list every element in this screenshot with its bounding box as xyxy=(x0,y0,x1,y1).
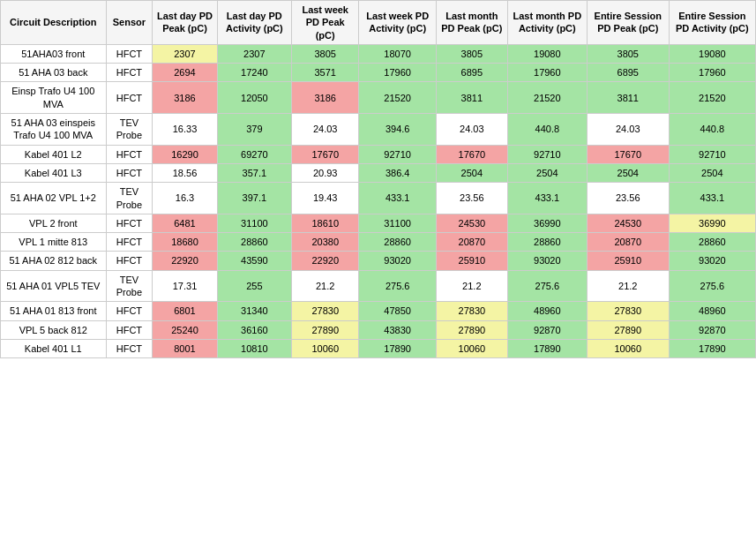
data-cell: 3805 xyxy=(436,44,507,63)
data-cell: 28860 xyxy=(359,233,436,252)
sensor-type: HFCT xyxy=(106,302,153,320)
data-cell: 397.1 xyxy=(217,183,291,214)
data-cell: 28860 xyxy=(217,233,291,252)
circuit-description: 51 AHA 02 VPL 1+2 xyxy=(1,183,107,214)
data-cell: 17960 xyxy=(669,64,755,82)
data-cell: 255 xyxy=(217,270,291,302)
data-cell: 3811 xyxy=(436,82,507,114)
circuit-description: Kabel 401 L3 xyxy=(1,163,107,182)
data-cell: 18.56 xyxy=(153,163,217,182)
circuit-description: 51 AHA 01 813 front xyxy=(1,302,107,320)
data-cell: 275.6 xyxy=(359,270,436,302)
sensor-type: TEV Probe xyxy=(106,114,153,146)
data-cell: 17890 xyxy=(507,339,587,357)
data-cell: 24.03 xyxy=(436,114,507,146)
data-cell: 3805 xyxy=(587,44,669,63)
data-cell: 93020 xyxy=(669,252,755,270)
data-cell: 10810 xyxy=(217,339,291,357)
data-cell: 27830 xyxy=(587,302,669,320)
sensor-type: HFCT xyxy=(106,233,153,252)
data-cell: 2504 xyxy=(669,163,755,182)
table-row: 51 AHA 03 einspeis Trafo U4 100 MVATEV P… xyxy=(1,114,756,146)
data-cell: 3186 xyxy=(291,82,358,114)
data-cell: 6895 xyxy=(436,64,507,82)
data-cell: 394.6 xyxy=(359,114,436,146)
table-row: 51 AHA 01 VPL5 TEVTEV Probe17.3125521.22… xyxy=(1,270,756,302)
col-header-lastmonth-activity: Last month PD Activity (pC) xyxy=(507,1,587,45)
data-cell: 17670 xyxy=(291,145,358,163)
table-row: VPL 5 back 812HFCT2524036160278904383027… xyxy=(1,320,756,339)
sensor-type: HFCT xyxy=(106,339,153,357)
data-cell: 24.03 xyxy=(291,114,358,146)
circuit-description: 51 AHA 03 einspeis Trafo U4 100 MVA xyxy=(1,114,107,146)
data-cell: 379 xyxy=(217,114,291,146)
data-cell: 18680 xyxy=(153,233,217,252)
data-cell: 440.8 xyxy=(507,114,587,146)
main-table-container: Circuit Description Sensor Last day PD P… xyxy=(0,0,756,358)
data-cell: 6895 xyxy=(587,64,669,82)
data-cell: 27890 xyxy=(291,320,358,339)
data-cell: 433.1 xyxy=(669,183,755,214)
data-cell: 2694 xyxy=(153,64,217,82)
data-cell: 31100 xyxy=(217,214,291,232)
data-cell: 21520 xyxy=(669,82,755,114)
data-cell: 92710 xyxy=(669,145,755,163)
data-cell: 27830 xyxy=(436,302,507,320)
sensor-type: TEV Probe xyxy=(106,183,153,214)
data-cell: 12050 xyxy=(217,82,291,114)
sensor-type: HFCT xyxy=(106,44,153,63)
circuit-description: VPL 2 front xyxy=(1,214,107,232)
data-cell: 23.56 xyxy=(436,183,507,214)
data-cell: 36990 xyxy=(669,214,755,232)
circuit-description: 51 AHA 02 812 back xyxy=(1,252,107,270)
table-row: VPL 2 frontHFCT6481311001861031100245303… xyxy=(1,214,756,232)
data-cell: 31340 xyxy=(217,302,291,320)
sensor-type: HFCT xyxy=(106,145,153,163)
data-cell: 69270 xyxy=(217,145,291,163)
data-cell: 48960 xyxy=(507,302,587,320)
pd-data-table: Circuit Description Sensor Last day PD P… xyxy=(0,0,756,358)
table-row: Einsp Trafo U4 100 MVAHFCT31861205031862… xyxy=(1,82,756,114)
circuit-description: Einsp Trafo U4 100 MVA xyxy=(1,82,107,114)
circuit-description: VPL 5 back 812 xyxy=(1,320,107,339)
data-cell: 275.6 xyxy=(507,270,587,302)
data-cell: 17670 xyxy=(587,145,669,163)
data-cell: 18070 xyxy=(359,44,436,63)
data-cell: 23.56 xyxy=(587,183,669,214)
circuit-description: 51 AHA 03 back xyxy=(1,64,107,82)
data-cell: 28860 xyxy=(507,233,587,252)
data-cell: 16290 xyxy=(153,145,217,163)
data-cell: 17960 xyxy=(507,64,587,82)
table-row: 51 AHA 03 backHFCT2694172403571179606895… xyxy=(1,64,756,82)
data-cell: 21520 xyxy=(359,82,436,114)
table-row: VPL 1 mitte 813HFCT186802886020380288602… xyxy=(1,233,756,252)
data-cell: 17890 xyxy=(669,339,755,357)
data-cell: 17240 xyxy=(217,64,291,82)
data-cell: 3571 xyxy=(291,64,358,82)
table-row: Kabel 401 L1HFCT800110810100601789010060… xyxy=(1,339,756,357)
data-cell: 2307 xyxy=(153,44,217,63)
table-row: Kabel 401 L3HFCT18.56357.120.93386.42504… xyxy=(1,163,756,182)
data-cell: 25240 xyxy=(153,320,217,339)
data-cell: 17960 xyxy=(359,64,436,82)
data-cell: 3805 xyxy=(291,44,358,63)
data-cell: 19080 xyxy=(507,44,587,63)
data-cell: 92870 xyxy=(507,320,587,339)
table-row: 51 AHA 02 812 backHFCT229204359022920930… xyxy=(1,252,756,270)
data-cell: 21520 xyxy=(507,82,587,114)
table-row: Kabel 401 L2HFCT162906927017670927101767… xyxy=(1,145,756,163)
data-cell: 21.2 xyxy=(291,270,358,302)
circuit-description: VPL 1 mitte 813 xyxy=(1,233,107,252)
table-row: 51 AHA 01 813 frontHFCT68013134027830478… xyxy=(1,302,756,320)
sensor-type: HFCT xyxy=(106,252,153,270)
sensor-type: HFCT xyxy=(106,214,153,232)
data-cell: 43590 xyxy=(217,252,291,270)
data-cell: 27890 xyxy=(436,320,507,339)
data-cell: 24530 xyxy=(587,214,669,232)
data-cell: 48960 xyxy=(669,302,755,320)
sensor-type: HFCT xyxy=(106,320,153,339)
data-cell: 36990 xyxy=(507,214,587,232)
circuit-description: 51AHA03 front xyxy=(1,44,107,63)
data-cell: 18610 xyxy=(291,214,358,232)
data-cell: 93020 xyxy=(507,252,587,270)
